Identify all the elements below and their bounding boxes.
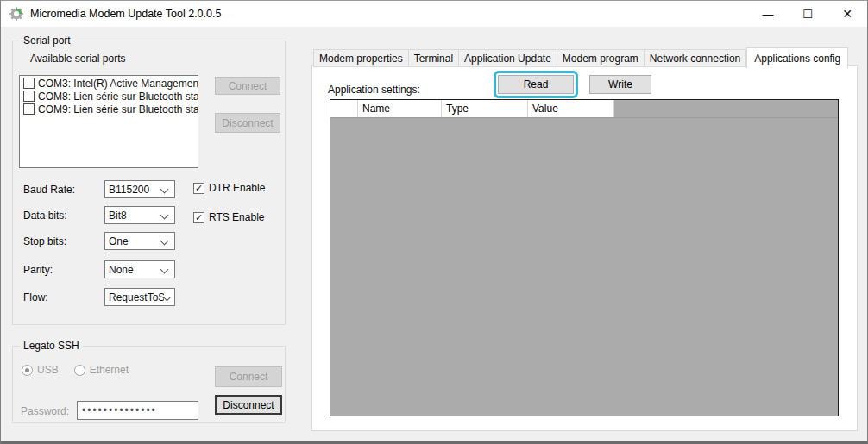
chevron-down-icon [161, 266, 168, 273]
click-highlight: Read [494, 71, 578, 98]
checkbox-icon[interactable] [23, 91, 35, 102]
app-window: Micromedia Modem Update Tool 2.0.0.5 — ☐… [0, 0, 868, 444]
port-label: COM8: Lien série sur Bluetooth standar [38, 91, 198, 103]
checkbox-icon[interactable] [23, 78, 35, 89]
ethernet-radio-label: Ethernet [90, 364, 129, 376]
tab-modem-properties[interactable]: Modem properties [313, 49, 409, 67]
baud-rate-label: Baud Rate: [23, 184, 75, 196]
chevron-down-icon [161, 186, 168, 193]
baud-rate-value: B115200 [109, 184, 161, 196]
serial-disconnect-button[interactable]: Disconnect [215, 113, 280, 133]
usb-radio[interactable] [22, 365, 33, 376]
dtr-enable-checkbox[interactable]: ✓ DTR Enable [193, 182, 265, 194]
legato-ssh-group: Legato SSH USB Ethernet Connect Disconne… [12, 346, 286, 423]
tab-modem-program[interactable]: Modem program [557, 49, 645, 67]
column-header-type[interactable]: Type [442, 100, 528, 117]
baud-rate-select[interactable]: B115200 [104, 180, 175, 198]
tab-strip: Modem properties Terminal Application Up… [313, 47, 848, 67]
settings-table-header: Name Type Value [330, 100, 838, 118]
password-label: Password: [21, 405, 69, 417]
checkbox-icon[interactable] [23, 103, 35, 115]
gear-icon [9, 7, 23, 21]
legato-ssh-group-label: Legato SSH [20, 340, 83, 352]
port-label: COM3: Intel(R) Active Management Te [38, 78, 198, 90]
flow-label: Flow: [23, 291, 48, 303]
data-bits-select[interactable]: Bit8 [104, 206, 175, 224]
chevron-down-icon [161, 238, 168, 245]
settings-table[interactable]: Name Type Value [330, 99, 839, 416]
column-header-rowselector[interactable] [330, 100, 358, 117]
read-button[interactable]: Read [498, 75, 574, 94]
checkmark-icon: ✓ [193, 183, 204, 194]
title-bar: Micromedia Modem Update Tool 2.0.0.5 — ☐… [1, 1, 867, 27]
list-item[interactable]: COM9: Lien série sur Bluetooth standar [20, 103, 198, 116]
serial-port-group: Serial port Available serial ports COM3:… [12, 41, 286, 325]
stop-bits-value: One [109, 235, 161, 247]
ssh-connect-button[interactable]: Connect [215, 366, 282, 387]
write-button[interactable]: Write [589, 75, 651, 94]
application-settings-label: Application settings: [328, 84, 420, 96]
ethernet-radio[interactable] [74, 365, 85, 376]
usb-radio-label: USB [37, 364, 59, 376]
tab-terminal[interactable]: Terminal [409, 49, 459, 67]
window-title: Micromedia Modem Update Tool 2.0.0.5 [30, 8, 221, 20]
dtr-enable-label: DTR Enable [209, 182, 265, 194]
applications-config-page: Application settings: Read Write Name Ty… [311, 65, 858, 431]
stop-bits-select[interactable]: One [104, 232, 175, 250]
chevron-down-icon [164, 294, 171, 301]
data-bits-value: Bit8 [109, 209, 161, 222]
flow-select[interactable]: RequestToS [104, 288, 175, 306]
column-header-name[interactable]: Name [358, 100, 442, 117]
tab-application-update[interactable]: Application Update [459, 49, 557, 67]
tab-network-connection[interactable]: Network connection [645, 49, 746, 67]
parity-select[interactable]: None [104, 260, 175, 278]
available-ports-label: Available serial ports [30, 53, 126, 65]
stop-bits-label: Stop bits: [23, 235, 66, 247]
list-item[interactable]: COM8: Lien série sur Bluetooth standar [20, 90, 198, 103]
parity-label: Parity: [23, 264, 53, 276]
maximize-button[interactable]: ☐ [788, 1, 827, 27]
close-button[interactable]: ✕ [827, 1, 867, 27]
tab-applications-config[interactable]: Applications config [746, 47, 848, 68]
minimize-button[interactable]: — [748, 1, 788, 27]
chevron-down-icon [161, 212, 168, 219]
port-label: COM9: Lien série sur Bluetooth standar [38, 103, 198, 116]
password-field[interactable] [77, 401, 198, 420]
serial-port-group-label: Serial port [20, 34, 74, 47]
rts-enable-checkbox[interactable]: ✓ RTS Enable [193, 211, 264, 223]
data-bits-label: Data bits: [23, 209, 67, 222]
serial-ports-listbox[interactable]: COM3: Intel(R) Active Management Te COM8… [19, 75, 198, 168]
column-header-value[interactable]: Value [528, 100, 614, 117]
ssh-disconnect-button[interactable]: Disconnect [215, 395, 282, 415]
list-item[interactable]: COM3: Intel(R) Active Management Te [20, 77, 198, 90]
flow-value: RequestToS [109, 291, 164, 303]
parity-value: None [109, 264, 161, 276]
serial-connect-button[interactable]: Connect [215, 77, 280, 95]
checkmark-icon: ✓ [193, 212, 204, 223]
rts-enable-label: RTS Enable [209, 211, 264, 223]
